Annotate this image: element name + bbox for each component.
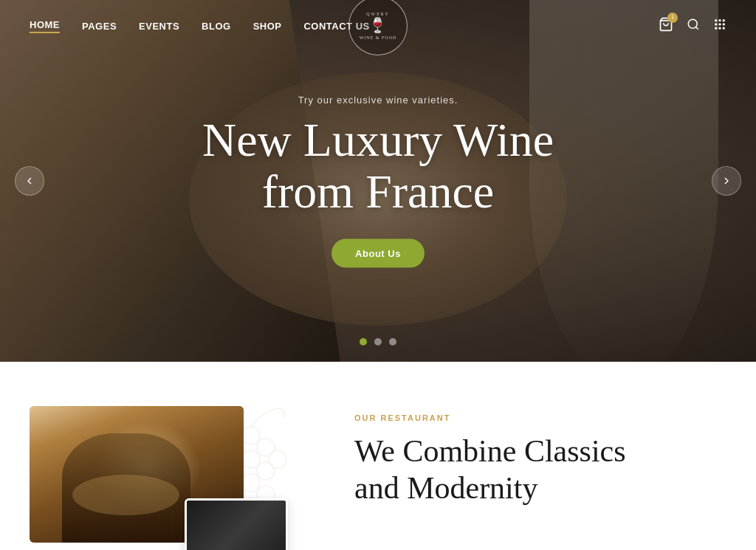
- hero-cta-button[interactable]: About Us: [331, 238, 425, 267]
- slider-dot-3[interactable]: [389, 338, 396, 346]
- section-label: OUR RESTAURANT: [354, 413, 756, 422]
- cart-count: 1: [667, 13, 678, 23]
- logo-bottom-text: WINE & FOOD: [360, 35, 397, 40]
- svg-rect-6: [715, 23, 717, 25]
- nav-shop[interactable]: SHOP: [253, 21, 282, 32]
- logo-wine-glass-icon: 🍷: [368, 16, 388, 34]
- svg-point-14: [257, 439, 275, 456]
- svg-point-19: [257, 462, 275, 480]
- svg-rect-7: [719, 23, 721, 25]
- section-title-line2: and Modernity: [354, 471, 537, 505]
- hero-subtitle: Try our exclusive wine varieties.: [157, 94, 599, 106]
- about-text-content: OUR RESTAURANT We Combine Classics and M…: [295, 406, 756, 507]
- site-header: HOME PAGES EVENTS BLOG SHOP CONTACT US Q…: [0, 0, 756, 52]
- section-title: We Combine Classics and Modernity: [354, 433, 756, 507]
- hero-content: Try our exclusive wine varieties. New Lu…: [157, 94, 599, 268]
- chef-small-image: [185, 498, 288, 550]
- slider-prev-arrow[interactable]: [15, 166, 44, 196]
- hero-section: HOME PAGES EVENTS BLOG SHOP CONTACT US Q…: [0, 0, 756, 362]
- hero-title-line1: New Luxury Wine: [202, 114, 554, 166]
- image-stack: [30, 406, 295, 543]
- site-logo[interactable]: QWERY 🍷 WINE & FOOD: [348, 0, 408, 55]
- cart-icon[interactable]: 1: [659, 17, 673, 35]
- svg-rect-11: [723, 27, 725, 29]
- svg-rect-4: [719, 19, 721, 21]
- svg-point-1: [688, 19, 697, 28]
- slider-dot-1[interactable]: [360, 338, 367, 346]
- svg-rect-10: [719, 27, 721, 29]
- svg-rect-3: [715, 19, 717, 21]
- svg-point-17: [269, 450, 286, 468]
- hero-title: New Luxury Wine from France: [157, 114, 599, 219]
- svg-point-12: [242, 427, 260, 444]
- svg-rect-5: [723, 19, 725, 21]
- slider-dots: [360, 338, 396, 346]
- slider-dot-2[interactable]: [374, 338, 382, 346]
- nav-pages[interactable]: PAGES: [82, 21, 117, 32]
- svg-point-16: [242, 450, 260, 468]
- logo-circle: QWERY 🍷 WINE & FOOD: [348, 0, 408, 55]
- main-nav: HOME PAGES EVENTS BLOG SHOP CONTACT US: [30, 19, 370, 33]
- hero-title-line2: from France: [262, 165, 495, 218]
- nav-blog[interactable]: BLOG: [202, 21, 231, 32]
- search-icon[interactable]: [687, 18, 700, 35]
- nav-events[interactable]: EVENTS: [139, 21, 179, 32]
- svg-rect-9: [715, 27, 717, 29]
- chef-small-image-bg: [187, 501, 286, 550]
- svg-rect-8: [723, 23, 725, 25]
- svg-point-20: [242, 474, 260, 492]
- about-inner: OUR RESTAURANT We Combine Classics and M…: [0, 406, 756, 543]
- section-title-line1: We Combine Classics: [354, 434, 626, 468]
- nav-actions: 1: [659, 17, 726, 35]
- about-section: OUR RESTAURANT We Combine Classics and M…: [0, 362, 756, 550]
- nav-home[interactable]: HOME: [30, 19, 60, 33]
- svg-line-2: [695, 27, 698, 29]
- slider-next-arrow[interactable]: [712, 166, 741, 196]
- grid-menu-icon[interactable]: [713, 18, 726, 35]
